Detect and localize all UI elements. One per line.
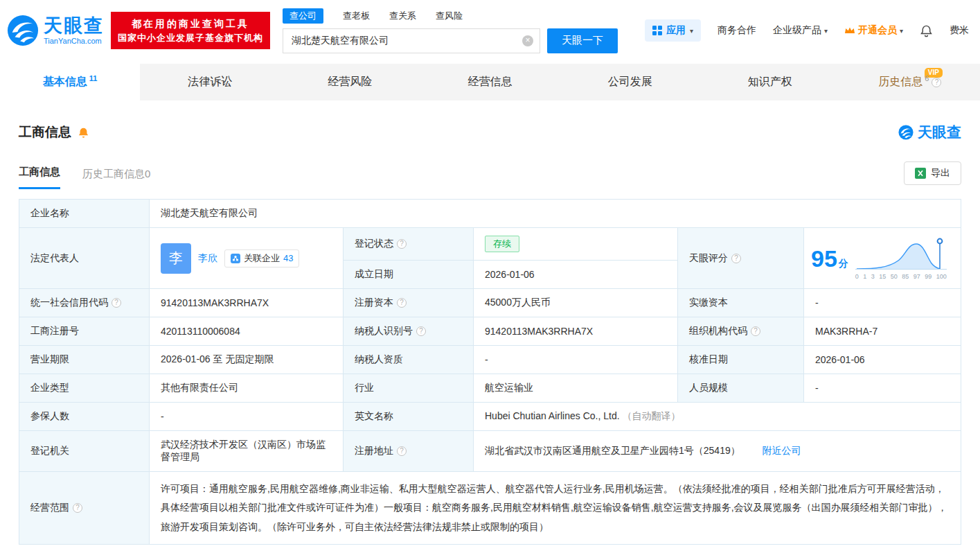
menu-open-vip-label: 开通会员 — [858, 24, 897, 37]
field-value-reg-status: 存续 — [474, 228, 678, 261]
subtab-history-business-info[interactable]: 历史工商信息0 — [82, 168, 150, 189]
table-row: 经营范围? 许可项目：通用航空服务,民用航空器维修,商业非运输、私用大型航空器运… — [19, 472, 961, 545]
search-tab-risk[interactable]: 查风险 — [436, 10, 463, 22]
search-tab-company[interactable]: 查公司 — [283, 8, 323, 24]
nav-tab-intellectual-property-label: 知识产权 — [748, 75, 792, 89]
field-value-taxpayer-id: 91420113MAK3RRHA7X — [474, 317, 678, 346]
field-value-insured-count: - — [150, 403, 344, 431]
subscribe-bell-button[interactable] — [78, 127, 89, 139]
table-row: 参保人数 - 英文名称 Hubei Chutian Airlines Co., … — [19, 403, 961, 431]
score-axis: 0 1 3 15 50 85 97 99 100 — [855, 273, 947, 280]
field-value-credit-code: 91420113MAK3RRHA7X — [150, 289, 344, 317]
field-value-taxpayer-qualification: - — [474, 346, 678, 374]
caret-down-icon: ▾ — [900, 27, 903, 35]
field-label-org-code: 组织机构代码? — [678, 317, 804, 346]
score-number: 95分 — [811, 247, 848, 270]
field-label-reg-address: 注册地址? — [344, 431, 474, 472]
search-tab-relation[interactable]: 查关系 — [389, 10, 416, 22]
field-label-reg-capital: 注册资本? — [344, 289, 474, 317]
grid-icon — [652, 26, 662, 35]
business-info-table: 企业名称 湖北楚天航空有限公司 法定代表人 李 李欣 — [19, 199, 961, 545]
help-icon[interactable]: ? — [73, 503, 82, 513]
nav-tab-intellectual-property[interactable]: 知识产权 — [700, 64, 840, 100]
field-label-company-name: 企业名称 — [19, 200, 150, 228]
caret-down-icon: ▾ — [690, 27, 693, 35]
main-content: 工商信息 天眼查 工商信息 历史工商信息0 导出 — [0, 123, 980, 545]
nav-tab-operating-risk-label: 经营风险 — [328, 75, 372, 89]
help-icon[interactable]: ? — [397, 446, 407, 456]
watermark-brand: 天眼查 — [898, 123, 961, 142]
field-value-legal-rep: 李 李欣 关联企业 43 — [150, 228, 344, 289]
related-companies-badge[interactable]: 关联企业 43 — [224, 249, 299, 267]
menu-biz-cooperation-label: 商务合作 — [718, 24, 756, 37]
legal-rep-link[interactable]: 李欣 — [198, 252, 217, 265]
help-icon[interactable]: ? — [416, 326, 426, 336]
excel-icon — [915, 168, 926, 179]
legal-rep-avatar[interactable]: 李 — [161, 243, 191, 274]
score-axis-label: 50 — [891, 273, 898, 280]
search-block: 查公司 查老板 查关系 查风险 × 天眼一下 — [283, 8, 618, 53]
clear-icon[interactable]: × — [522, 35, 533, 46]
field-label-paid-capital: 实缴资本 — [678, 289, 804, 317]
field-value-business-scope: 许可项目：通用航空服务,民用航空器维修,商业非运输、私用大型航空器运营人、航空器… — [150, 472, 961, 545]
nav-tab-history-info[interactable]: VIP 历史信息 6 ? — [840, 64, 980, 100]
search-button[interactable]: 天眼一下 — [547, 28, 618, 53]
export-button-label: 导出 — [931, 167, 950, 179]
nav-tab-operating-risk[interactable]: 经营风险 — [280, 64, 420, 100]
help-icon[interactable]: ? — [397, 239, 407, 249]
search-tab-boss[interactable]: 查老板 — [343, 10, 370, 22]
table-row: 企业类型 其他有限责任公司 行业 航空运输业 人员规模 - — [19, 374, 961, 403]
field-label-reg-status: 登记状态? — [344, 228, 474, 261]
promo-banner-line2: 国家中小企业发展子基金旗下机构 — [118, 31, 263, 45]
help-icon[interactable]: ? — [751, 326, 760, 336]
auto-translate-note: （自动翻译） — [622, 410, 680, 421]
tianyancha-logo[interactable]: 天眼查 TianYanCha.com — [7, 15, 104, 46]
field-value-org-code: MAK3RRHA-7 — [804, 317, 961, 346]
table-row: 法定代表人 李 李欣 关联企业 43 — [19, 228, 961, 261]
score-curve — [855, 237, 947, 270]
help-icon[interactable]: ? — [731, 254, 741, 263]
nav-tab-company-development[interactable]: 公司发展 — [560, 64, 700, 100]
nearby-companies-link[interactable]: 附近公司 — [763, 445, 801, 456]
menu-enterprise-products[interactable]: 企业级产品 ▾ — [773, 24, 828, 37]
field-value-establish-date: 2026-01-06 — [474, 261, 678, 289]
related-companies-count: 43 — [283, 253, 293, 263]
score-axis-label: 0 — [855, 273, 859, 280]
table-row: 统一社会信用代码? 91420113MAK3RRHA7X 注册资本? 45000… — [19, 289, 961, 317]
notification-bell-button[interactable] — [920, 24, 933, 37]
help-icon[interactable]: ? — [112, 298, 121, 308]
field-value-approval-date: 2026-01-06 — [804, 346, 961, 374]
status-badge: 存续 — [485, 236, 519, 252]
help-icon[interactable]: ? — [397, 298, 407, 308]
username[interactable]: 费米 — [950, 24, 969, 37]
field-label-score: 天眼评分? — [678, 228, 804, 289]
search-input[interactable] — [283, 28, 540, 53]
table-row: 营业期限 2026-01-06 至 无固定期限 纳税人资质 - 核准日期 202… — [19, 346, 961, 374]
search-tabs: 查公司 查老板 查关系 查风险 — [283, 8, 618, 24]
nav-tab-company-development-label: 公司发展 — [608, 75, 652, 89]
nav-tab-basic-info[interactable]: 基本信息 11 — [0, 64, 140, 100]
watermark-brand-text: 天眼查 — [918, 123, 961, 142]
caret-down-icon: ▾ — [824, 27, 828, 35]
tianyancha-logo-icon — [7, 15, 39, 46]
nav-tab-operating-info[interactable]: 经营信息 — [420, 64, 560, 100]
table-row: 企业名称 湖北楚天航空有限公司 — [19, 200, 961, 228]
nav-tab-legal[interactable]: 法律诉讼 — [140, 64, 280, 100]
nav-tab-basic-info-label: 基本信息 — [43, 75, 87, 89]
menu-biz-cooperation[interactable]: 商务合作 — [718, 24, 756, 37]
nav-tab-legal-label: 法律诉讼 — [188, 75, 232, 89]
menu-open-vip[interactable]: 开通会员 ▾ — [844, 24, 903, 37]
table-row: 登记机关 武汉经济技术开发区（汉南区）市场监督管理局 注册地址? 湖北省武汉市汉… — [19, 431, 961, 472]
bell-icon — [78, 127, 89, 139]
score-axis-label: 97 — [914, 273, 920, 280]
field-label-company-type: 企业类型 — [19, 374, 150, 403]
subtab-business-info[interactable]: 工商信息 — [19, 166, 60, 189]
score-axis-label: 1 — [863, 273, 866, 280]
export-button[interactable]: 导出 — [904, 161, 961, 185]
apps-menu-button[interactable]: 应用 ▾ — [645, 19, 701, 42]
field-value-business-term: 2026-01-06 至 无固定期限 — [150, 346, 344, 374]
header-menu: 应用 ▾ 商务合作 企业级产品 ▾ 开通会员 ▾ 费米 — [645, 19, 969, 42]
field-value-reg-number: 420113110006084 — [150, 317, 344, 346]
promo-banner-line1: 都在用的商业查询工具 — [118, 16, 263, 31]
help-icon[interactable]: ? — [932, 78, 941, 87]
